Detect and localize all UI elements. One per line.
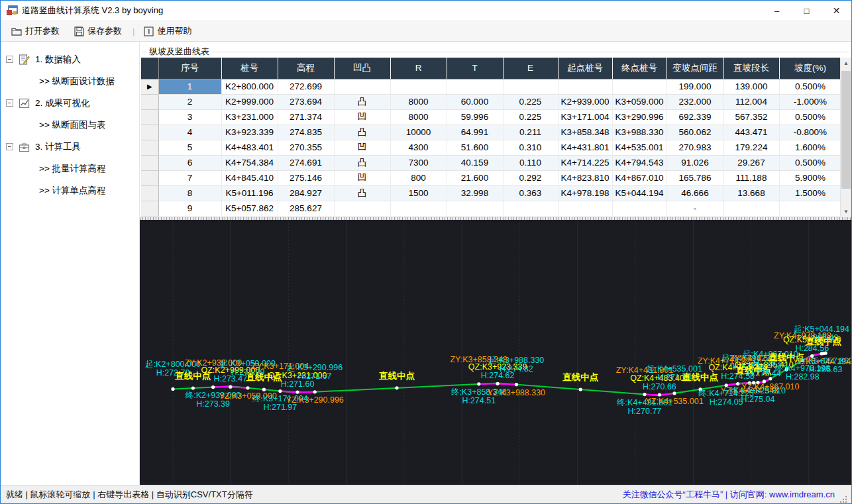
table-cell[interactable] <box>612 79 666 94</box>
row-header[interactable] <box>141 125 158 140</box>
table-cell[interactable]: K4+845.410 <box>221 170 278 185</box>
table-cell[interactable]: 4300 <box>390 140 447 155</box>
table-cell[interactable] <box>503 79 558 94</box>
table-cell[interactable]: 273.694 <box>278 94 334 109</box>
table-cell[interactable]: 0.211 <box>503 125 558 140</box>
table-cell[interactable]: 111.188 <box>723 170 779 185</box>
column-header[interactable]: 起点桩号 <box>558 58 612 79</box>
table-cell[interactable]: 8 <box>158 185 221 201</box>
table-cell[interactable]: 8000 <box>390 109 447 125</box>
minimize-button[interactable]: – <box>762 1 792 21</box>
table-cell[interactable] <box>390 79 447 94</box>
table-cell[interactable]: 凸 <box>334 94 390 109</box>
table-cell[interactable]: 6 <box>158 155 221 170</box>
slope-curve-table[interactable]: 序号桩号高程凹凸RTE起点桩号终点桩号变坡点间距直坡段长坡度(%)▶1K2+80… <box>141 58 842 217</box>
table-cell[interactable]: 567.352 <box>723 109 779 125</box>
tree-section-1[interactable]: 1. 数据输入 <box>1 48 139 70</box>
table-cell[interactable]: 274.691 <box>278 155 334 170</box>
table-cell[interactable]: 1.500% <box>779 185 841 201</box>
table-cell[interactable]: 112.004 <box>723 94 779 109</box>
row-header[interactable] <box>141 140 158 155</box>
column-header[interactable]: E <box>503 58 558 79</box>
table-cell[interactable]: 10000 <box>390 125 447 140</box>
table-cell[interactable]: -1.000% <box>779 94 841 109</box>
table-cell[interactable]: 51.600 <box>447 140 503 155</box>
table-cell[interactable]: K4+431.801 <box>558 140 612 155</box>
column-header[interactable]: 坡度(%) <box>779 58 841 79</box>
table-cell[interactable]: K5+011.196 <box>221 185 278 201</box>
table-cell[interactable]: 凹 <box>334 170 390 185</box>
table-cell[interactable]: K4+867.010 <box>612 170 666 185</box>
table-cell[interactable]: 21.600 <box>447 170 503 185</box>
table-cell[interactable]: K2+800.000 <box>221 79 278 94</box>
table-cell[interactable]: 0.363 <box>503 185 558 201</box>
table-cell[interactable] <box>390 201 447 216</box>
table-cell[interactable]: 32.998 <box>447 185 503 201</box>
table-cell[interactable]: 232.000 <box>666 94 723 109</box>
column-header[interactable]: 变坡点间距 <box>666 58 723 79</box>
table-cell[interactable]: 284.927 <box>278 185 334 201</box>
collapse-toggle-icon[interactable] <box>6 143 13 150</box>
table-cell[interactable]: K5+057.862 <box>221 201 278 216</box>
column-header[interactable]: T <box>447 58 503 79</box>
resize-grip[interactable] <box>839 495 847 503</box>
table-cell[interactable]: 0.292 <box>503 170 558 185</box>
table-cell[interactable] <box>558 201 612 216</box>
column-header[interactable]: 终点桩号 <box>612 58 666 79</box>
table-cell[interactable]: 165.786 <box>666 170 723 185</box>
table-cell[interactable]: 4 <box>158 125 221 140</box>
table-cell[interactable]: 270.355 <box>278 140 334 155</box>
row-header[interactable] <box>141 185 158 201</box>
table-cell[interactable] <box>447 79 503 94</box>
table-cell[interactable] <box>779 201 841 216</box>
table-cell[interactable]: 1.600% <box>779 140 841 155</box>
table-cell[interactable] <box>503 201 558 216</box>
table-cell[interactable]: 560.062 <box>666 125 723 140</box>
table-cell[interactable]: -0.800% <box>779 125 841 140</box>
table-cell[interactable]: 443.471 <box>723 125 779 140</box>
table-cell[interactable]: K3+290.996 <box>612 109 666 125</box>
row-header[interactable] <box>141 170 158 185</box>
table-cell[interactable]: 0.500% <box>779 109 841 125</box>
row-header[interactable] <box>141 201 158 216</box>
table-cell[interactable]: 8000 <box>390 94 447 109</box>
table-cell[interactable]: 274.835 <box>278 125 334 140</box>
table-cell[interactable]: K4+978.198 <box>558 185 612 201</box>
table-cell[interactable]: 凸 <box>334 185 390 201</box>
table-cell[interactable]: 凹 <box>334 140 390 155</box>
table-cell[interactable]: 139.000 <box>723 79 779 94</box>
table-cell[interactable] <box>612 201 666 216</box>
table-cell[interactable]: K4+714.225 <box>558 155 612 170</box>
table-cell[interactable]: 5 <box>158 140 221 155</box>
table-cell[interactable]: - <box>666 201 723 216</box>
table-cell[interactable]: K3+231.000 <box>221 109 278 125</box>
save-params-button[interactable]: 保存参数 <box>69 23 127 40</box>
open-params-button[interactable]: 打开参数 <box>6 23 65 40</box>
tree-item[interactable]: >> 纵断面设计数据 <box>1 70 139 92</box>
column-header[interactable]: 序号 <box>158 58 221 79</box>
tree-section-3[interactable]: 3. 计算工具 <box>1 136 139 158</box>
table-cell[interactable]: 9 <box>158 201 221 216</box>
table-corner-cell[interactable] <box>141 58 158 79</box>
scrollbar-thumb[interactable] <box>841 71 851 189</box>
table-cell[interactable]: 46.666 <box>666 185 723 201</box>
table-cell[interactable]: 凸 <box>334 125 390 140</box>
table-cell[interactable]: K4+823.810 <box>558 170 612 185</box>
collapse-toggle-icon[interactable] <box>6 56 13 63</box>
table-cell[interactable]: 60.000 <box>447 94 503 109</box>
table-cell[interactable]: K4+483.401 <box>221 140 278 155</box>
table-cell[interactable] <box>334 79 390 94</box>
table-cell[interactable]: 凸 <box>334 155 390 170</box>
table-cell[interactable]: 7 <box>158 170 221 185</box>
table-cell[interactable] <box>558 79 612 94</box>
table-cell[interactable]: K2+939.000 <box>558 94 612 109</box>
table-cell[interactable]: 179.224 <box>723 140 779 155</box>
table-cell[interactable]: 285.627 <box>278 201 334 216</box>
table-cell[interactable]: K3+059.000 <box>612 94 666 109</box>
current-row-indicator[interactable]: ▶ <box>141 79 158 94</box>
table-cell[interactable]: 3 <box>158 109 221 125</box>
table-cell[interactable]: 0.500% <box>779 155 841 170</box>
table-cell[interactable]: K4+754.384 <box>221 155 278 170</box>
table-cell[interactable]: 0.500% <box>779 79 841 94</box>
column-header[interactable]: 凹凸 <box>334 58 390 79</box>
